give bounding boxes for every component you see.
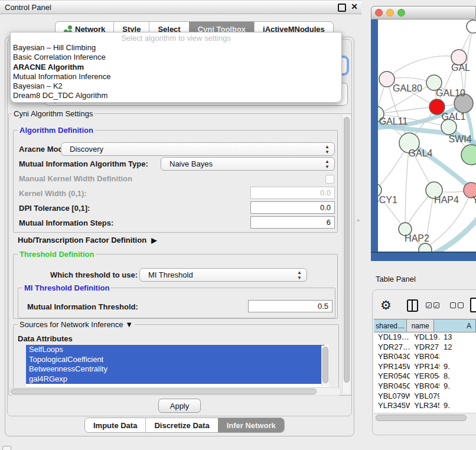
table-horizontal-scrollbar[interactable] xyxy=(374,413,476,422)
document-icon[interactable] xyxy=(470,298,476,312)
which-threshold-label: Which threshold to use: xyxy=(50,270,138,279)
table-row[interactable]: YPR145WYPR145W9. xyxy=(374,362,476,372)
attribute-item-gal4rgexp[interactable]: gal4RGexp xyxy=(26,374,324,384)
mi-steps-field[interactable]: 6 xyxy=(250,216,335,229)
aracne-mode-combobox[interactable]: Discovery ▲▼ xyxy=(61,142,335,156)
app-root: Control Panel ✕ NetworkStyleSelectCyni T… xyxy=(0,0,476,450)
panel-resize-handle[interactable]: » xyxy=(357,217,360,223)
network-view-window: GALGAL80GAL10GAL1GAL11SWI4GAL4GCY1HAP4YH… xyxy=(371,6,476,260)
network-edge xyxy=(430,214,476,252)
gear-icon[interactable]: ⚙ xyxy=(380,298,392,312)
mi-threshold-group-title: MI Threshold Definition xyxy=(22,283,111,292)
table-column-header-A[interactable]: A xyxy=(434,319,476,332)
table-cell: 9. xyxy=(439,401,476,411)
stepper-arrows-icon: ▲▼ xyxy=(325,144,330,155)
traffic-light-close-icon[interactable] xyxy=(375,9,383,17)
settings-vertical-scrollbar[interactable] xyxy=(342,115,350,393)
dpi-tolerance-value: 0.0 xyxy=(320,203,331,212)
algorithm-option-mutual-information-inference[interactable]: Mutual Information Inference xyxy=(11,72,341,81)
table-cell: YLR345W xyxy=(374,401,410,411)
sources-group-title[interactable]: Sources for Network Inference ▼ xyxy=(18,320,135,329)
kernel-width-field[interactable]: 0.0 xyxy=(250,187,335,199)
algorithm-option-bayesian-hill-climbing[interactable]: Bayesian – Hill Climbing xyxy=(11,43,341,53)
mi-algorithm-type-combobox[interactable]: Naive Bayes ▲▼ xyxy=(161,157,335,171)
algorithm-option-dream8-dc-tdc-algorithm[interactable]: Dream8 DC_TDC Algorithm xyxy=(11,91,341,100)
minimized-panel-icon[interactable] xyxy=(2,446,11,450)
attribute-item-topologicalcoefficient[interactable]: TopologicalCoefficient xyxy=(26,355,324,365)
network-node-label: Y xyxy=(472,195,476,205)
network-node-label: GAL1 xyxy=(442,112,466,122)
tab-discretize-data[interactable]: Discretize Data xyxy=(145,418,217,432)
table-cell: YER054C xyxy=(374,371,410,381)
manual-kernel-width-checkbox[interactable] xyxy=(325,175,334,184)
attributes-scrollbar[interactable] xyxy=(321,345,329,386)
mi-steps-label: Mutual Information Steps: xyxy=(19,219,113,227)
table-cell: 8. xyxy=(439,371,476,381)
algorithm-option-basic-correlation-inference[interactable]: Basic Correlation Inference xyxy=(11,53,341,62)
data-attributes-list[interactable]: SelfLoopsTopologicalCoefficientBetweenne… xyxy=(26,345,328,387)
mi-threshold-field[interactable]: 0.5 xyxy=(248,300,332,312)
algorithm-option-bayesian-k2[interactable]: Bayesian – K2 xyxy=(11,81,341,91)
which-threshold-combobox[interactable]: MI Threshold ▲▼ xyxy=(139,268,307,282)
checkbox-unchecked-icon[interactable] xyxy=(458,302,464,308)
traffic-light-minimize-icon[interactable] xyxy=(386,9,394,17)
kernel-width-value: 0.0 xyxy=(320,188,331,197)
mi-threshold-label: Mutual Information Threshold: xyxy=(27,302,138,311)
table-row[interactable]: YER054CYER054C8. xyxy=(374,371,476,381)
apply-button[interactable]: Apply xyxy=(158,399,201,413)
table-row[interactable]: YBR043CYBR043C xyxy=(374,352,476,362)
network-node-0[interactable] xyxy=(467,20,476,33)
traffic-light-zoom-icon[interactable] xyxy=(397,9,405,17)
table-cell: YBL079W xyxy=(410,392,439,402)
network-node-label: GAL10 xyxy=(436,88,465,98)
table-column-header-shared…[interactable]: shared… xyxy=(374,319,407,332)
checkbox-unchecked-icon[interactable] xyxy=(450,302,456,308)
network-window-titlebar[interactable] xyxy=(371,6,476,19)
table-cell: YDR27… xyxy=(410,343,439,353)
stepper-arrows-icon: ▲▼ xyxy=(297,270,302,281)
tab-label: Impute Data xyxy=(93,421,137,430)
threshold-definition-title: Threshold Definition xyxy=(18,250,96,259)
table-cell xyxy=(439,392,476,402)
network-graph[interactable]: GALGAL80GAL10GAL1GAL11SWI4GAL4GCY1HAP4YH… xyxy=(378,19,476,252)
network-canvas[interactable]: GALGAL80GAL10GAL1GAL11SWI4GAL4GCY1HAP4YH… xyxy=(378,19,476,252)
attribute-item-betweennesscentrality[interactable]: BetweennessCentrality xyxy=(26,364,324,374)
control-panel-titlebar: Control Panel ✕ xyxy=(0,0,361,14)
table-row[interactable]: YDL19…YDL19…13 xyxy=(374,332,476,343)
attribute-item-selfloops[interactable]: SelfLoops xyxy=(26,345,324,355)
network-node-label: GCY1 xyxy=(378,195,397,205)
network-node-2[interactable] xyxy=(379,71,395,87)
dpi-tolerance-field[interactable]: 0.0 xyxy=(250,201,335,214)
tab-infer-network[interactable]: Infer Network xyxy=(218,418,284,432)
table-cell xyxy=(439,352,476,362)
table-row[interactable]: YDR27…YDR27…12 xyxy=(374,343,476,353)
mi-algorithm-type-label: Mutual Information Algorithm Type: xyxy=(19,159,148,168)
which-threshold-value: MI Threshold xyxy=(148,270,193,279)
checkbox-checked-icon[interactable]: ✓ xyxy=(433,302,439,308)
tab-label: Infer Network xyxy=(227,421,276,430)
table-row[interactable]: YBL079WYBL079W xyxy=(374,392,476,402)
settings-horizontal-scrollbar[interactable] xyxy=(9,387,341,396)
checkbox-checked-icon[interactable]: ✓ xyxy=(426,302,432,308)
table-row[interactable]: YLR345WYLR345W9. xyxy=(374,401,476,411)
hub-definition-expander[interactable]: Hub/Transcription Factor Definition ▶ xyxy=(18,236,157,244)
table-cell: 9. xyxy=(439,381,476,392)
table-cell: YPR145W xyxy=(410,362,439,372)
columns-icon[interactable] xyxy=(407,299,418,312)
tab-impute-data[interactable]: Impute Data xyxy=(85,418,145,432)
close-icon[interactable]: ✕ xyxy=(351,2,358,11)
network-node-label: GAL11 xyxy=(379,116,408,126)
mi-steps-value: 6 xyxy=(327,218,331,227)
network-node-9[interactable] xyxy=(461,145,476,165)
algorithm-dropdown-popup: Select algorithm to view settings Bayesi… xyxy=(10,32,342,103)
algorithm-option-aracne-algorithm[interactable]: ARACNE Algorithm xyxy=(11,63,341,72)
algorithm-dropdown-prompt: Select algorithm to view settings xyxy=(11,32,341,43)
table-column-header-name[interactable]: name xyxy=(407,319,434,332)
apply-button-label: Apply xyxy=(170,402,190,410)
network-window-frame xyxy=(371,252,476,261)
float-window-icon[interactable] xyxy=(338,4,346,12)
table-row[interactable]: YBR045CYBR045C9. xyxy=(374,381,476,392)
network-edge xyxy=(387,56,459,79)
mi-algorithm-type-value: Naive Bayes xyxy=(169,159,213,168)
table-cell: YDR27… xyxy=(374,343,410,353)
